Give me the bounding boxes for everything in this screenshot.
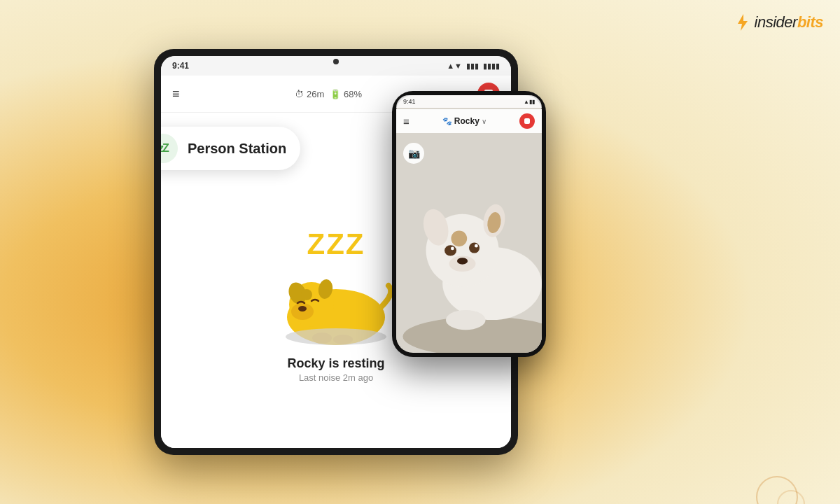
status-sub-text: Last noise 2m ago [287,372,384,383]
battery-label: 🔋 68% [330,89,362,99]
tablet-statusbar-right: ▲▼ ▮▮▮ ▮▮▮▮ [447,62,500,71]
dog-illustration-container: ZZZ [266,176,406,434]
svg-point-17 [444,245,456,255]
phone-signal-icon: ▲▮▮ [524,99,535,105]
sleeping-dog-svg [266,254,406,345]
battery-icon: ▮▮▮▮ [483,62,500,71]
phone-record-icon [524,118,530,124]
svg-point-10 [286,328,386,345]
phone-hamburger-icon[interactable]: ≡ [403,115,410,127]
zzz-animation: ZZZ [307,227,365,261]
phone-time: 9:41 [403,98,416,105]
zzz-text: ZZZ [307,227,365,260]
timer-label: ⏱ 26m [295,89,324,99]
phone-device: 9:41 ▲▮▮ ≡ 🐾 Rocky ∨ 📷 [392,91,546,357]
signal-icon: ▮▮▮ [466,62,479,71]
svg-point-26 [446,310,486,330]
phone-status-icons: ▲▮▮ [524,99,535,105]
camera-icon: 📷 [408,148,420,159]
logo-text: insiderbits [755,13,823,31]
main-scene: 9:41 ▲▼ ▮▮▮ ▮▮▮▮ ≡ ⏱ 26m 🔋 68% [0,0,840,504]
wifi-icon: ▲▼ [447,62,462,70]
logo: insiderbits [732,13,823,32]
svg-point-6 [298,306,307,312]
phone-dog-name-chevron: ∨ [482,118,486,125]
logo-bolt-icon [732,13,752,32]
tablet-camera [333,59,339,64]
status-text: Rocky is resting Last noise 2m ago [287,356,384,383]
person-station-pill[interactable]: zZ Person Station [161,127,300,170]
phone-camera-button[interactable]: 📷 [403,143,424,164]
svg-point-7 [301,289,312,300]
svg-point-23 [457,258,468,264]
phone-dog-avatar-icon: 🐾 [442,117,452,126]
phone-dog-name: Rocky [454,116,479,126]
status-main-text: Rocky is resting [287,356,384,371]
person-station-label: Person Station [188,141,286,157]
phone-dog-name-container: 🐾 Rocky ∨ [442,116,486,126]
person-station-icon-text: zZ [161,142,168,155]
logo-text-bold: bits [797,13,823,31]
hamburger-menu-icon[interactable]: ≡ [172,87,180,102]
svg-point-24 [451,230,467,246]
phone-camera-feed [396,95,542,353]
white-dog-image [396,95,542,353]
phone-screen: 9:41 ▲▮▮ ≡ 🐾 Rocky ∨ 📷 [396,95,542,353]
svg-point-20 [475,244,478,248]
dog-svg [266,254,406,345]
svg-marker-0 [738,14,748,31]
logo-text-italic: insider [755,13,797,31]
person-station-icon: zZ [161,134,178,163]
phone-appbar: ≡ 🐾 Rocky ∨ [396,109,542,133]
appbar-center: ⏱ 26m 🔋 68% [295,89,362,99]
phone-statusbar: 9:41 ▲▮▮ [396,95,542,108]
svg-point-19 [469,242,479,253]
phone-record-button[interactable] [519,113,535,129]
tablet-time: 9:41 [172,61,189,71]
svg-point-18 [451,247,454,251]
